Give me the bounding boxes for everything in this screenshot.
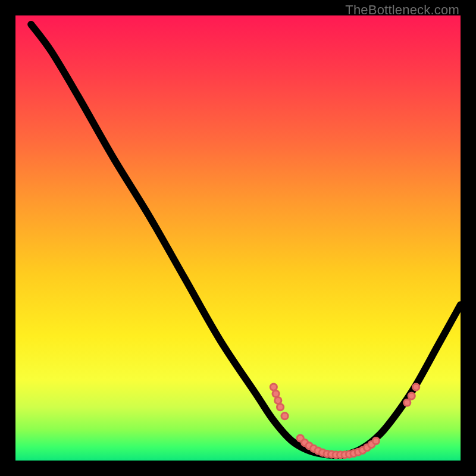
- data-point: [277, 404, 283, 411]
- data-point: [372, 437, 379, 444]
- attribution-text: TheBottleneck.com: [345, 2, 459, 18]
- data-point: [270, 384, 277, 390]
- data-point: [275, 397, 281, 403]
- data-point: [413, 384, 419, 390]
- data-point: [273, 390, 279, 397]
- data-point: [281, 413, 288, 419]
- data-point: [408, 393, 415, 399]
- plot-area: [15, 15, 461, 461]
- bottleneck-curve: [31, 24, 461, 455]
- chart-frame: TheBottleneck.com: [0, 0, 476, 476]
- data-points: [270, 384, 419, 458]
- data-point: [404, 399, 411, 406]
- curve-svg: [15, 15, 461, 461]
